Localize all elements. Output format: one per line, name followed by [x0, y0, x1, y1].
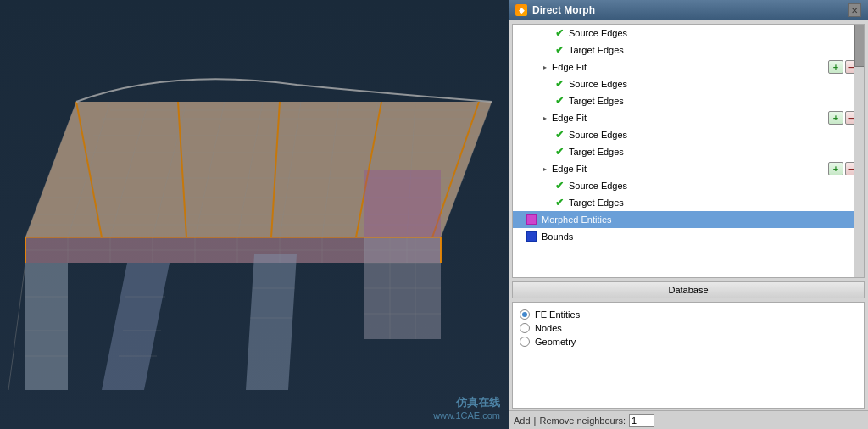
source-edges-label-2: Source Edges	[569, 79, 860, 89]
edge-fit-label-2: Edge Fit	[552, 113, 828, 123]
tree-item-target-edges-3[interactable]: ✔ Target Edges	[513, 143, 864, 160]
arrow-icon-2: ▸	[540, 113, 550, 123]
target-edges-label-3: Target Edges	[569, 147, 860, 157]
separator: |	[534, 415, 537, 426]
tree-item-source-edges-4[interactable]: ✔ Source Edges	[513, 177, 864, 194]
check-icon-4: ✔	[554, 95, 565, 107]
radio-label-geometry: Geometry	[535, 337, 576, 347]
dialog-title: Direct Morph	[532, 4, 595, 16]
source-edges-label-1: Source Edges	[569, 28, 860, 38]
arrow-icon-3: ▸	[540, 164, 550, 174]
svg-marker-46	[246, 254, 297, 390]
watermark: 仿真在线 www.1CAE.com	[433, 395, 500, 421]
tree-item-source-edges-1[interactable]: ✔ Source Edges	[513, 25, 864, 42]
check-icon-7: ✔	[554, 180, 565, 192]
radio-circle-nodes[interactable]	[520, 323, 530, 333]
svg-marker-37	[25, 263, 68, 390]
tree-item-target-edges-4[interactable]: ✔ Target Edges	[513, 194, 864, 211]
tree-panel[interactable]: ✔ Source Edges ✔ Target Edges ▸ Edge Fit…	[512, 24, 865, 278]
radio-geometry[interactable]: Geometry	[520, 337, 857, 347]
radio-label-nodes: Nodes	[535, 323, 562, 333]
bounds-label: Bounds	[542, 231, 860, 242]
tree-item-target-edges-2[interactable]: ✔ Target Edges	[513, 92, 864, 109]
svg-marker-58	[364, 170, 441, 237]
tree-item-edge-fit-2[interactable]: ▸ Edge Fit + —	[513, 109, 864, 126]
source-edges-label-3: Source Edges	[569, 130, 860, 140]
morphed-entities-square	[526, 214, 537, 225]
check-icon-8: ✔	[554, 197, 565, 209]
arrow-icon-1: ▸	[540, 62, 550, 72]
tree-item-bounds[interactable]: Bounds	[513, 228, 864, 245]
check-icon-1: ✔	[554, 27, 565, 39]
radio-circle-geometry[interactable]	[520, 337, 530, 347]
check-icon-3: ✔	[554, 78, 565, 90]
title-bar-left: ◆ Direct Morph	[515, 4, 595, 16]
database-section: Database	[512, 281, 865, 298]
target-edges-label-2: Target Edges	[569, 96, 860, 106]
add-btn-3[interactable]: +	[828, 162, 843, 176]
options-area: FE Entities Nodes Geometry	[512, 302, 865, 409]
radio-group: FE Entities Nodes Geometry	[520, 309, 857, 347]
check-icon-2: ✔	[554, 44, 565, 56]
radio-nodes[interactable]: Nodes	[520, 323, 857, 333]
3d-viewport[interactable]: 仿真在线 www.1CAE.com	[0, 0, 509, 429]
tree-item-edge-fit-1[interactable]: ▸ Edge Fit + —	[513, 58, 864, 75]
scrollbar[interactable]	[854, 25, 864, 277]
check-icon-5: ✔	[554, 129, 565, 141]
add-btn-2[interactable]: +	[828, 111, 843, 125]
watermark-line1: 仿真在线	[433, 395, 500, 410]
dialog-icon: ◆	[515, 4, 527, 16]
target-edges-label-1: Target Edges	[569, 45, 860, 55]
remove-neighbours-input[interactable]	[629, 414, 654, 427]
bounds-square	[526, 231, 537, 242]
tree-item-target-edges-1[interactable]: ✔ Target Edges	[513, 42, 864, 58]
close-button[interactable]: ✕	[848, 3, 861, 17]
radio-label-fe: FE Entities	[535, 309, 580, 320]
scrollbar-thumb[interactable]	[854, 25, 865, 67]
tree-item-edge-fit-3[interactable]: ▸ Edge Fit + —	[513, 160, 864, 177]
edge-fit-label-1: Edge Fit	[552, 62, 828, 72]
tree-item-source-edges-3[interactable]: ✔ Source Edges	[513, 126, 864, 143]
bottom-bar: Add | Remove neighbours:	[509, 410, 868, 429]
radio-circle-fe[interactable]	[520, 309, 530, 320]
add-label: Add	[514, 415, 531, 426]
add-btn-1[interactable]: +	[828, 60, 843, 74]
tree-item-source-edges-2[interactable]: ✔ Source Edges	[513, 75, 864, 92]
watermark-line2: www.1CAE.com	[433, 410, 500, 421]
remove-neighbours-label: Remove neighbours:	[539, 415, 626, 426]
target-edges-label-4: Target Edges	[569, 198, 860, 208]
direct-morph-dialog: ◆ Direct Morph ✕ ✔ Source Edges ✔ Target…	[509, 0, 868, 429]
tree-item-morphed-entities[interactable]: Morphed Entities	[513, 211, 864, 228]
edge-fit-label-3: Edge Fit	[552, 164, 828, 174]
database-button[interactable]: Database	[512, 281, 865, 298]
source-edges-label-4: Source Edges	[569, 181, 860, 191]
check-icon-6: ✔	[554, 146, 565, 158]
radio-fe-entities[interactable]: FE Entities	[520, 309, 857, 320]
dialog-title-bar: ◆ Direct Morph ✕	[509, 0, 868, 20]
morphed-entities-label: Morphed Entities	[542, 214, 860, 225]
